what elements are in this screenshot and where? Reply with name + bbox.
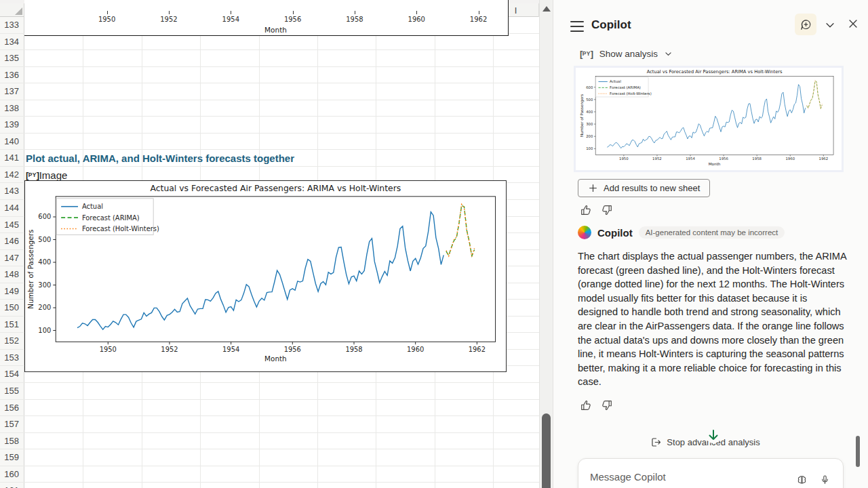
chart-image-partial[interactable]: 1950195219541956195819601962Month <box>24 0 509 36</box>
svg-text:1950: 1950 <box>619 157 629 161</box>
row-header-159[interactable]: 159 <box>0 449 24 466</box>
sheet-row[interactable]: 140 <box>0 134 539 150</box>
message-composer[interactable] <box>578 458 844 488</box>
analysis-chart-thumbnail[interactable]: Actual vs Forecasted Air Passengers: ARI… <box>574 66 844 172</box>
sheet-row[interactable]: 137 <box>0 83 539 100</box>
row-header-148[interactable]: 148 <box>0 266 24 283</box>
row-header-151[interactable]: 151 <box>0 317 24 333</box>
chevron-down-icon <box>664 49 673 58</box>
svg-text:Forecast (Holt-Winters): Forecast (Holt-Winters) <box>82 225 159 232</box>
prompt-guide-icon[interactable] <box>796 474 808 485</box>
sheet-row[interactable]: 158 <box>0 433 539 450</box>
row-header-134[interactable]: 134 <box>0 34 24 50</box>
svg-text:300: 300 <box>586 122 593 126</box>
svg-text:500: 500 <box>586 98 593 102</box>
menu-icon[interactable] <box>570 21 584 32</box>
axis-tick <box>169 11 170 14</box>
sender-name: Copilot <box>597 227 633 239</box>
sheet-row[interactable]: 135 <box>0 50 539 67</box>
row-header-135[interactable]: 135 <box>0 50 24 66</box>
axis-tick-label: 1950 <box>92 16 122 23</box>
row-header-137[interactable]: 137 <box>0 83 24 100</box>
row-header-157[interactable]: 157 <box>0 416 24 432</box>
sheet-row[interactable]: 159 <box>0 449 539 466</box>
row-header-141[interactable]: 141 <box>0 150 24 166</box>
sheet-row[interactable]: 160 <box>0 466 539 483</box>
row-header-153[interactable]: 153 <box>0 350 24 366</box>
axis-tick <box>479 11 479 14</box>
copilot-logo-icon <box>578 226 591 239</box>
row-header-161[interactable]: 161 <box>0 483 24 488</box>
sheet-vertical-scrollbar[interactable] <box>539 0 553 488</box>
axis-tick-label: 1954 <box>216 16 245 23</box>
svg-text:Month: Month <box>264 354 287 363</box>
row-header-146[interactable]: 146 <box>0 233 24 249</box>
svg-text:400: 400 <box>586 110 593 114</box>
scroll-up-arrow-icon[interactable] <box>542 6 551 12</box>
svg-text:1954: 1954 <box>686 157 695 161</box>
plus-icon <box>588 183 598 193</box>
axis-tick-label: 1960 <box>401 16 431 23</box>
message-input[interactable] <box>590 471 773 483</box>
row-header-154[interactable]: 154 <box>0 366 24 382</box>
svg-text:Actual vs Forecasted Air Passe: Actual vs Forecasted Air Passengers: ARI… <box>647 69 783 75</box>
forecast-chart-image[interactable]: Actual vs Forecasted Air Passengers: ARI… <box>24 180 507 372</box>
row-header-142[interactable]: 142 <box>0 167 24 183</box>
row-header-139[interactable]: 139 <box>0 117 24 133</box>
sheet-row[interactable]: 156 <box>0 400 539 417</box>
microphone-icon[interactable] <box>819 474 831 485</box>
sheet-row[interactable]: 138 <box>0 100 539 117</box>
axis-title: Month <box>256 26 296 34</box>
sheet-row[interactable]: 139 <box>0 117 539 134</box>
svg-text:100: 100 <box>38 327 51 334</box>
sheet-row[interactable]: 136 <box>0 67 539 84</box>
sheet-row[interactable]: 134 <box>0 34 539 51</box>
row-header-136[interactable]: 136 <box>0 67 24 83</box>
row-header-145[interactable]: 145 <box>0 217 24 233</box>
svg-text:200: 200 <box>38 304 51 312</box>
svg-text:1956: 1956 <box>719 157 728 161</box>
row-header-152[interactable]: 152 <box>0 333 24 349</box>
sheet-row[interactable]: 155 <box>0 383 539 400</box>
row-header-143[interactable]: 143 <box>0 183 24 199</box>
scroll-to-bottom-button[interactable] <box>705 427 722 443</box>
thumbs-up-icon[interactable] <box>580 399 592 411</box>
close-pane-button[interactable] <box>847 18 859 30</box>
new-chat-button[interactable] <box>795 14 816 35</box>
add-results-button[interactable]: Add results to new sheet <box>578 179 710 197</box>
axis-tick-label: 1962 <box>464 16 494 23</box>
pane-scrollbar-thumb[interactable] <box>856 436 860 467</box>
row-header-160[interactable]: 160 <box>0 466 24 483</box>
sheet-row[interactable]: 157 <box>0 416 539 433</box>
row-header-158[interactable]: 158 <box>0 433 24 449</box>
row-header-156[interactable]: 156 <box>0 400 24 416</box>
thumbs-down-icon[interactable] <box>601 204 613 216</box>
svg-text:Actual vs Forecasted Air Passe: Actual vs Forecasted Air Passengers: ARI… <box>150 183 401 193</box>
scrollbar-thumb[interactable] <box>542 413 551 488</box>
svg-text:1958: 1958 <box>752 157 762 161</box>
feedback-row <box>580 204 613 216</box>
row-header-155[interactable]: 155 <box>0 383 24 399</box>
thumbs-up-icon[interactable] <box>580 204 592 216</box>
row-header-138[interactable]: 138 <box>0 100 24 117</box>
row-header-133[interactable]: 133 <box>0 17 24 33</box>
worksheet-grid[interactable]: ABCDEFGHI 133134135136137138139140141142… <box>0 0 539 488</box>
axis-tick <box>416 11 417 14</box>
svg-text:600: 600 <box>586 85 593 89</box>
row-header-140[interactable]: 140 <box>0 134 24 150</box>
axis-tick-label: 1952 <box>154 16 184 23</box>
show-analysis-toggle[interactable]: [PY] Show analysis <box>580 49 673 59</box>
svg-text:Forecast (ARIMA): Forecast (ARIMA) <box>82 214 140 222</box>
svg-text:1954: 1954 <box>222 346 239 353</box>
select-all-corner[interactable] <box>0 3 24 17</box>
cell-heading-text[interactable]: Plot actual, ARIMA, and Holt-Winters for… <box>26 150 294 167</box>
row-header-147[interactable]: 147 <box>0 250 24 266</box>
collapse-pane-button[interactable] <box>824 19 836 31</box>
axis-tick-label: 1956 <box>278 16 308 23</box>
thumbs-down-icon[interactable] <box>601 399 613 411</box>
add-results-label: Add results to new sheet <box>604 183 700 193</box>
row-header-150[interactable]: 150 <box>0 300 24 316</box>
sheet-row[interactable]: 161 <box>0 483 539 488</box>
row-header-149[interactable]: 149 <box>0 283 24 300</box>
row-header-144[interactable]: 144 <box>0 200 24 216</box>
